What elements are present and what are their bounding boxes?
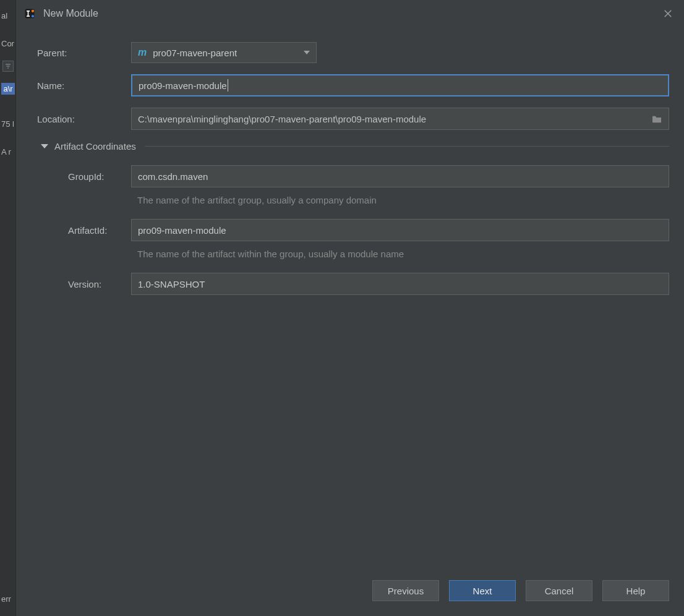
close-icon[interactable] xyxy=(663,9,673,19)
artifactid-hint: The name of the artifact within the grou… xyxy=(137,249,669,259)
groupid-input[interactable]: com.csdn.maven xyxy=(131,165,669,187)
next-button[interactable]: Next xyxy=(449,580,516,601)
bg-fragment: 75 l xyxy=(0,119,15,129)
form-area: Parent: m pro07-maven-parent Name: pro09… xyxy=(16,27,684,580)
divider xyxy=(145,146,669,147)
intellij-logo-icon xyxy=(24,7,36,20)
dialog-title: New Module xyxy=(43,8,663,19)
version-label: Version: xyxy=(37,279,131,289)
chevron-down-icon xyxy=(41,144,48,148)
parent-value: pro07-maven-parent xyxy=(153,48,304,58)
groupid-hint: The name of the artifact group, usually … xyxy=(137,195,669,205)
svg-point-1 xyxy=(32,10,34,12)
help-button[interactable]: Help xyxy=(602,580,669,601)
section-title: Artifact Coordinates xyxy=(54,141,136,152)
svg-point-2 xyxy=(32,15,34,17)
location-input[interactable]: C:\mavenpra\minglinghang\pro07-maven-par… xyxy=(131,108,669,130)
bg-fragment: a\r xyxy=(1,83,15,95)
groupid-value: com.csdn.maven xyxy=(138,171,208,182)
name-label: Name: xyxy=(37,80,131,91)
version-input[interactable]: 1.0-SNAPSHOT xyxy=(131,273,669,295)
dialog-titlebar: New Module xyxy=(16,0,684,27)
previous-button[interactable]: Previous xyxy=(372,580,439,601)
artifact-coordinates-toggle[interactable]: Artifact Coordinates xyxy=(41,141,669,152)
parent-label: Parent: xyxy=(37,48,131,58)
bg-fragment: A r xyxy=(0,147,15,156)
background-editor-strip: al Cor a\r 75 l A r err xyxy=(0,0,16,616)
artifactid-value: pro09-maven-module xyxy=(138,225,226,236)
location-label: Location: xyxy=(37,114,131,124)
chevron-down-icon xyxy=(304,51,310,54)
new-module-dialog: New Module Parent: m pro07-maven-parent … xyxy=(16,0,684,616)
bg-fragment: err xyxy=(0,594,15,604)
version-value: 1.0-SNAPSHOT xyxy=(138,279,205,289)
parent-dropdown[interactable]: m pro07-maven-parent xyxy=(131,42,317,63)
text-cursor xyxy=(228,79,228,92)
groupid-label: GroupId: xyxy=(37,171,131,182)
name-value: pro09-maven-module xyxy=(139,80,227,91)
artifactid-label: ArtifactId: xyxy=(37,225,131,236)
bg-fragment: al xyxy=(0,11,15,20)
cancel-button[interactable]: Cancel xyxy=(526,580,592,601)
bg-fragment: Cor xyxy=(0,39,15,48)
maven-m-icon: m xyxy=(138,47,147,58)
artifactid-input[interactable]: pro09-maven-module xyxy=(131,219,669,241)
browse-folder-icon[interactable] xyxy=(651,114,662,123)
name-input[interactable]: pro09-maven-module xyxy=(131,74,669,96)
dialog-button-bar: Previous Next Cancel Help xyxy=(16,580,684,616)
filter-icon xyxy=(2,61,14,72)
location-value: C:\mavenpra\minglinghang\pro07-maven-par… xyxy=(138,114,426,124)
